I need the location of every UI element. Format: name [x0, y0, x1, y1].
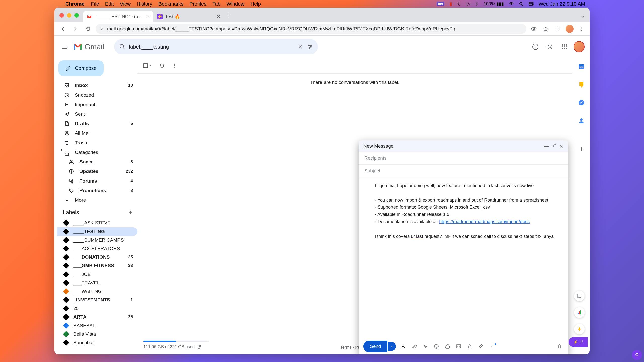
sidebar-category-promotions[interactable]: Promotions8 [57, 186, 137, 195]
doc-link[interactable]: https://roadrunnerroadmaps.com/import/do… [439, 219, 530, 224]
label-item[interactable]: ___JOB [57, 270, 137, 279]
window-minimize-button[interactable] [67, 13, 71, 18]
address-bar[interactable]: mail.google.com/mail/u/0/#label/_____TES… [96, 24, 526, 34]
account-avatar[interactable] [574, 41, 585, 52]
label-item[interactable]: ARTA35 [57, 313, 137, 321]
subject-field[interactable]: Subject [359, 165, 568, 177]
image-icon[interactable] [455, 344, 462, 349]
menu-history[interactable]: History [137, 1, 152, 7]
play-icon[interactable]: ▷ [467, 1, 470, 7]
chrome-profile-avatar[interactable] [565, 24, 574, 33]
main-menu-button[interactable] [59, 41, 70, 52]
compose-button[interactable]: Compose [58, 60, 104, 76]
menu-view[interactable]: View [120, 1, 131, 7]
sidebar-folder-inbox[interactable]: Inbox18 [57, 81, 137, 90]
menu-bookmarks[interactable]: Bookmarks [158, 1, 184, 7]
chrome-menu-icon[interactable] [576, 24, 586, 34]
label-item[interactable]: ___TRAVEL [57, 279, 137, 287]
sidebar-category-forums[interactable]: Forums4 [57, 176, 137, 186]
select-all-checkbox[interactable] [143, 63, 152, 68]
clear-search-icon[interactable] [297, 44, 303, 50]
extensions-icon[interactable] [553, 24, 563, 34]
label-item[interactable]: ___DONATIONS35 [57, 253, 137, 261]
label-item[interactable]: 25 [57, 304, 137, 313]
minimize-compose-icon[interactable]: — [544, 143, 549, 149]
tab-close-icon[interactable]: ✕ [146, 14, 150, 19]
compose-body[interactable]: hi gemma, hope ur doing well, new featur… [359, 177, 568, 338]
label-item[interactable]: _INVESTMENTS1 [57, 296, 137, 304]
sidebar-folder-snoozed[interactable]: Snoozed [57, 90, 137, 100]
open-external-icon[interactable] [197, 345, 201, 349]
calendar-addon-icon[interactable]: 31 [578, 63, 585, 70]
label-item[interactable]: Bella Vista [57, 330, 137, 338]
bluetooth-icon[interactable]: ᛒ [475, 1, 478, 7]
sidebar-folder-all-mail[interactable]: All Mail [57, 128, 137, 138]
signature-icon[interactable] [477, 344, 485, 349]
add-label-icon[interactable]: + [129, 208, 132, 216]
menu-tab[interactable]: Tab [212, 1, 220, 7]
label-item[interactable]: ___ACCELERATORS [57, 244, 137, 253]
battery-status[interactable]: 100% ▮▮▮ [484, 1, 504, 7]
float-sparkle-icon[interactable] [574, 324, 585, 334]
tasks-addon-icon[interactable] [578, 99, 585, 106]
discard-icon[interactable] [556, 344, 564, 349]
compose-header[interactable]: New Message — ✕ [359, 140, 568, 152]
assistant-pill[interactable]: ⚡ ⠿ [569, 337, 588, 347]
format-icon[interactable]: A [399, 344, 407, 349]
stop-icon[interactable]: ▮ [449, 1, 452, 7]
search-options-icon[interactable] [307, 44, 313, 50]
sidebar-folder-drafts[interactable]: Drafts5 [57, 119, 137, 128]
tab-overflow-button[interactable] [576, 15, 590, 22]
sidebar-folder-sent[interactable]: Sent [57, 109, 137, 119]
label-item[interactable]: ___WAITING [57, 287, 137, 296]
moon-icon[interactable]: ☾ [457, 1, 462, 7]
support-icon[interactable]: ? [530, 41, 541, 52]
menubar-datetime[interactable]: Wed Jan 22 9:10 AM [539, 1, 585, 7]
label-item[interactable]: ____ASK STEVE [57, 219, 137, 227]
search-input[interactable] [129, 44, 294, 50]
float-chart-icon[interactable] [574, 307, 585, 318]
window-maximize-button[interactable] [74, 13, 79, 18]
refresh-button[interactable] [159, 63, 165, 68]
menu-help[interactable]: Help [251, 1, 261, 7]
more-compose-icon[interactable] [488, 344, 496, 349]
wifi-icon[interactable] [509, 2, 514, 6]
contacts-addon-icon[interactable] [578, 117, 585, 124]
link-icon[interactable] [422, 344, 429, 349]
recipients-field[interactable]: Recipients [359, 152, 568, 165]
menu-window[interactable]: Window [227, 1, 245, 7]
label-item[interactable]: ___GMB FITNESS33 [57, 261, 137, 270]
menu-profiles[interactable]: Profiles [190, 1, 207, 7]
label-item[interactable]: BASEBALL [57, 321, 137, 330]
expand-compose-icon[interactable] [552, 143, 556, 149]
spotlight-icon[interactable] [519, 2, 524, 6]
settings-icon[interactable] [544, 41, 555, 52]
float-book-icon[interactable] [574, 291, 585, 301]
emoji-icon[interactable] [433, 344, 440, 349]
browser-tab-active[interactable]: "_____TESTING" - rpaharia@ ✕ [83, 11, 153, 22]
search-bar[interactable] [114, 39, 318, 54]
gmail-logo[interactable]: Gmail [73, 42, 104, 51]
send-options-button[interactable] [388, 342, 396, 351]
new-tab-button[interactable]: + [224, 12, 234, 22]
star-icon[interactable] [541, 24, 551, 34]
sidebar-folder-important[interactable]: Important [57, 100, 137, 109]
sidebar-folder-categories[interactable]: Categories [57, 148, 137, 157]
reload-button[interactable] [83, 24, 93, 34]
label-item[interactable]: ____SUMMER CAMPS [57, 236, 137, 244]
screen-record-icon[interactable] [437, 2, 444, 6]
control-center-icon[interactable] [529, 2, 534, 6]
window-close-button[interactable] [59, 13, 64, 18]
menu-edit[interactable]: Edit [105, 1, 114, 7]
sidebar-more[interactable]: More [57, 195, 137, 205]
confidential-icon[interactable] [466, 344, 473, 349]
more-actions-icon[interactable] [172, 63, 177, 68]
menubar-app-name[interactable]: Chrome [65, 1, 85, 7]
keep-addon-icon[interactable] [578, 81, 585, 88]
search-icon[interactable] [119, 44, 125, 50]
site-info-icon[interactable] [100, 27, 104, 31]
sidebar-category-updates[interactable]: Updates232 [57, 167, 137, 176]
label-item[interactable]: ____TESTING [57, 227, 137, 236]
attach-icon[interactable] [411, 344, 418, 349]
drive-icon[interactable] [444, 344, 451, 349]
